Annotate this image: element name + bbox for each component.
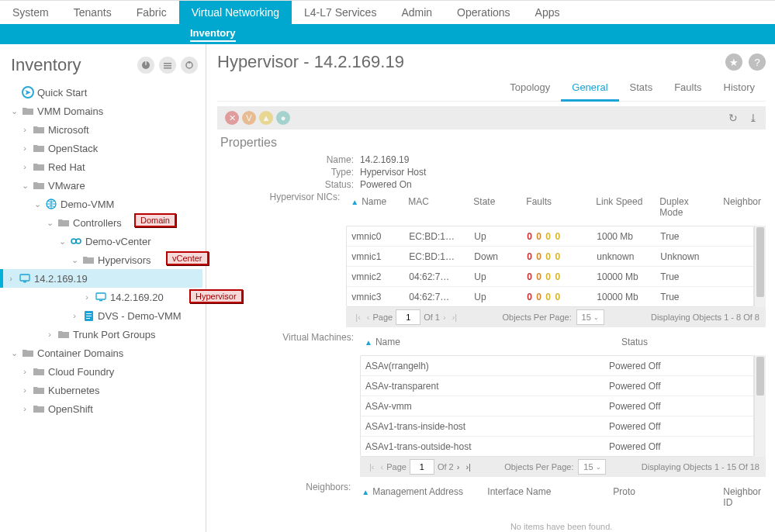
sub-nav: Inventory bbox=[0, 24, 775, 44]
doc-icon bbox=[82, 310, 95, 321]
table-row[interactable]: ASAv-vmmPowered Off bbox=[361, 396, 753, 416]
vm-per-page[interactable]: 15 ⌄ bbox=[578, 459, 606, 475]
tab-general[interactable]: General bbox=[561, 77, 618, 102]
sort-asc-icon[interactable]: ▲ bbox=[362, 488, 369, 496]
tree-container-domains[interactable]: ⌄Container Domains bbox=[6, 344, 202, 362]
tab-history[interactable]: History bbox=[713, 77, 766, 101]
tree-dvs[interactable]: ›DVS - Demo-VMM bbox=[6, 306, 202, 325]
tree-openshift[interactable]: ›OpenShift bbox=[6, 399, 202, 418]
tree-hypervisors[interactable]: ⌄Hypervisors bbox=[6, 250, 202, 269]
tree-openstack[interactable]: ›OpenStack bbox=[6, 139, 202, 157]
fault-warning-icon[interactable]: ● bbox=[276, 111, 290, 125]
nic-prev-page[interactable]: ‹ bbox=[364, 313, 373, 322]
nav-admin[interactable]: Admin bbox=[389, 1, 445, 24]
vm-first-page[interactable]: |‹ bbox=[366, 462, 378, 472]
tree-controllers[interactable]: ⌄Controllers bbox=[6, 213, 202, 232]
prop-type-key: Type: bbox=[217, 167, 360, 178]
monitor-icon bbox=[19, 273, 31, 284]
tree-vmware[interactable]: ⌄VMware bbox=[6, 176, 202, 195]
sort-asc-icon[interactable]: ▲ bbox=[351, 198, 358, 206]
vm-scrollbar[interactable] bbox=[754, 355, 766, 457]
nav-operations[interactable]: Operations bbox=[445, 1, 522, 24]
nic-page-input[interactable] bbox=[396, 309, 420, 325]
top-nav: System Tenants Fabric Virtual Networking… bbox=[0, 0, 775, 24]
sort-asc-icon[interactable]: ▲ bbox=[365, 338, 372, 347]
tree-vmm-domains[interactable]: ⌄VMM Domains bbox=[6, 102, 202, 120]
nav-virtual-networking[interactable]: Virtual Networking bbox=[179, 1, 292, 24]
table-row[interactable]: ASAv1-trans-inside-hostPowered Off bbox=[361, 416, 753, 437]
table-row[interactable]: vmnic304:62:7…Up0 0 0 010000 MbTrue bbox=[347, 287, 753, 306]
folder-icon bbox=[33, 403, 45, 414]
tab-topology[interactable]: Topology bbox=[499, 77, 561, 101]
svg-rect-6 bbox=[189, 61, 189, 64]
tab-faults[interactable]: Faults bbox=[663, 77, 712, 101]
table-row[interactable]: ASAv1-trans-outside-hostPowered Off bbox=[361, 437, 753, 456]
tree-microsoft[interactable]: ›Microsoft bbox=[6, 120, 202, 139]
tree-quick-start[interactable]: ➤Quick Start bbox=[6, 83, 202, 102]
tree-hv-2[interactable]: ›14.2.169.20 bbox=[6, 288, 202, 306]
nav-tenants[interactable]: Tenants bbox=[61, 1, 124, 24]
nic-scrollbar[interactable] bbox=[754, 226, 766, 307]
tree-trunk[interactable]: ›Trunk Port Groups bbox=[6, 325, 202, 344]
svg-rect-1 bbox=[145, 61, 146, 65]
monitor-icon bbox=[95, 292, 107, 302]
svg-rect-10 bbox=[20, 275, 29, 281]
prop-status-val: Powered On bbox=[360, 179, 412, 190]
subnav-inventory[interactable]: Inventory bbox=[190, 27, 236, 42]
vm-last-page[interactable]: ›| bbox=[462, 462, 474, 472]
toolbar-btn-2[interactable] bbox=[159, 57, 176, 74]
folder-icon bbox=[57, 217, 70, 228]
neighbor-table-header: ▲Management Address Interface Name Proto… bbox=[357, 482, 766, 516]
nic-table-header: ▲Name MAC State Faults Link Speed Duplex… bbox=[346, 192, 766, 226]
svg-point-8 bbox=[71, 239, 76, 244]
nic-next-page[interactable]: › bbox=[440, 313, 449, 322]
nav-l4l7[interactable]: L4-L7 Services bbox=[292, 1, 389, 24]
table-row[interactable]: vmnic204:62:7…Up0 0 0 010000 MbTrue bbox=[347, 267, 753, 287]
vm-next-page[interactable]: › bbox=[454, 462, 463, 472]
nic-first-page[interactable]: |‹ bbox=[352, 313, 364, 322]
svg-point-9 bbox=[76, 239, 81, 244]
prop-name-key: Name: bbox=[217, 154, 360, 165]
nic-last-page[interactable]: ›| bbox=[449, 313, 461, 322]
toolbar-btn-3[interactable] bbox=[181, 57, 198, 74]
tree-redhat[interactable]: ›Red Hat bbox=[6, 157, 202, 176]
nav-fabric[interactable]: Fabric bbox=[124, 1, 179, 24]
nav-system[interactable]: System bbox=[0, 1, 61, 24]
tree-demo-vmm[interactable]: ⌄Demo-VMM bbox=[6, 195, 202, 213]
fault-minor-icon[interactable]: ▲ bbox=[259, 111, 273, 125]
prop-name-val: 14.2.169.19 bbox=[360, 154, 409, 165]
folder-icon bbox=[33, 161, 45, 172]
help-button[interactable]: ? bbox=[749, 54, 766, 71]
vm-prev-page[interactable]: ‹ bbox=[378, 462, 387, 472]
vm-page-input[interactable] bbox=[410, 459, 434, 475]
vm-table-body: ASAv(rrangelh)Powered OffASAv-transparen… bbox=[360, 355, 754, 457]
tree-cloud-foundry[interactable]: ›Cloud Foundry bbox=[6, 362, 202, 381]
inventory-title: Inventory bbox=[11, 55, 133, 75]
tree-hv-1[interactable]: ›14.2.169.19 bbox=[0, 269, 202, 288]
svg-rect-4 bbox=[164, 67, 171, 69]
nic-pager: |‹ ‹ Page Of 1 › ›| Objects Per Page: 15… bbox=[346, 307, 766, 327]
tree-demo-vcenter[interactable]: ⌄Demo-vCenter bbox=[6, 232, 202, 250]
table-row[interactable]: vmnic0EC:BD:1…Up0 0 0 01000 MbTrue bbox=[347, 226, 753, 247]
tab-stats[interactable]: Stats bbox=[619, 77, 664, 101]
nav-apps[interactable]: Apps bbox=[523, 1, 573, 24]
svg-rect-3 bbox=[164, 65, 171, 67]
fault-critical-icon[interactable]: ✕ bbox=[225, 111, 239, 125]
table-row[interactable]: vmnic1EC:BD:1…Down0 0 0 0unknownUnknown bbox=[347, 247, 753, 267]
refresh-icon[interactable]: ↻ bbox=[728, 112, 738, 124]
toolbar-btn-1[interactable] bbox=[137, 57, 154, 74]
tree-kubernetes[interactable]: ›Kubernetes bbox=[6, 381, 202, 399]
link-icon bbox=[70, 236, 82, 247]
fault-major-icon[interactable]: V bbox=[242, 111, 256, 125]
table-row[interactable]: ASAv(rrangelh)Powered Off bbox=[361, 356, 753, 376]
prop-nics-key: Hypervisor NICs: bbox=[217, 192, 346, 202]
download-icon[interactable]: ⤓ bbox=[749, 112, 758, 124]
table-row[interactable]: ASAv-transparentPowered Off bbox=[361, 376, 753, 396]
prop-status-key: Status: bbox=[217, 179, 360, 190]
favorite-button[interactable]: ★ bbox=[725, 54, 742, 71]
prop-type-val: Hypervisor Host bbox=[360, 167, 426, 178]
nic-per-page[interactable]: 15 ⌄ bbox=[576, 309, 604, 325]
folder-icon bbox=[33, 143, 45, 154]
svg-rect-11 bbox=[23, 282, 26, 282]
svg-rect-13 bbox=[99, 300, 102, 301]
